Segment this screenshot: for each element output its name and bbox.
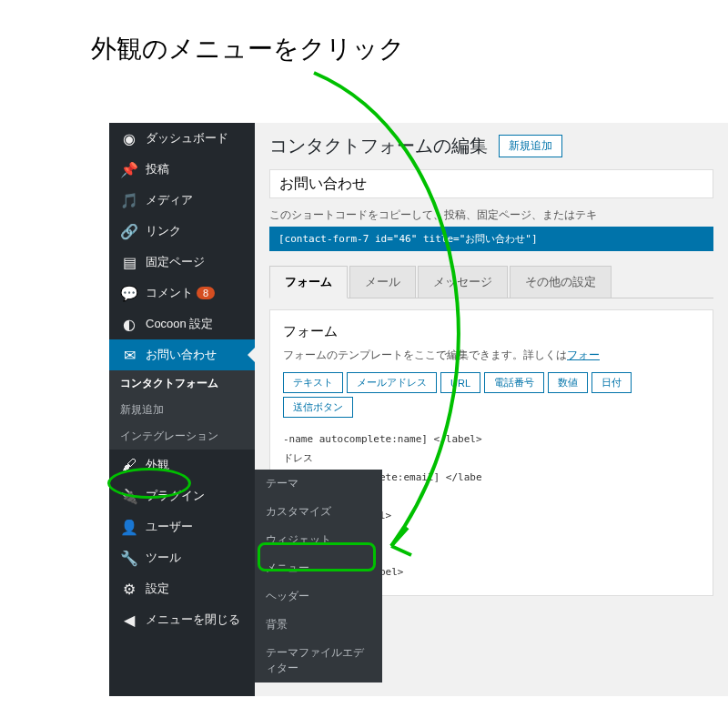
sidebar-label: メディア (146, 192, 193, 208)
form-title-input[interactable] (269, 169, 713, 198)
sidebar-item-comments[interactable]: 💬 コメント 8 (109, 278, 255, 308)
flyout-background[interactable]: 背景 (255, 611, 382, 639)
tag-number[interactable]: 数値 (548, 372, 588, 393)
comment-icon: 💬 (120, 284, 138, 302)
comment-badge: 8 (197, 287, 215, 299)
panel-desc: フォームのテンプレートをここで編集できます。詳しくはフォー (283, 348, 700, 363)
flyout-theme[interactable]: テーマ (255, 470, 382, 498)
settings-icon: ⚙ (120, 580, 138, 598)
tag-buttons: テキスト メールアドレス URL 電話番号 数値 日付 送信ボタン (283, 372, 700, 418)
tag-email[interactable]: メールアドレス (347, 372, 437, 393)
tabs: フォーム メール メッセージ その他の設定 (269, 266, 713, 298)
desc-text: フォームのテンプレートをここで編集できます。詳しくは (283, 349, 567, 361)
flyout-header[interactable]: ヘッダー (255, 582, 382, 611)
sidebar-label: ダッシュボード (146, 130, 228, 147)
media-icon: 🎵 (120, 191, 138, 209)
sidebar-item-settings[interactable]: ⚙ 設定 (109, 573, 255, 604)
plugin-icon: 🔌 (120, 487, 138, 505)
sidebar-submenu: コンタクトフォーム 新規追加 インテグレーション (109, 370, 255, 450)
sidebar-label: プラグイン (146, 488, 205, 504)
collapse-icon: ◀ (120, 611, 138, 629)
annotation-text: 外観のメニューをクリック (91, 32, 405, 66)
shortcode-desc: このショートコードをコピーして、投稿、固定ページ、またはテキ (269, 207, 713, 223)
sidebar-item-collapse[interactable]: ◀ メニューを閉じる (109, 604, 255, 635)
tag-tel[interactable]: 電話番号 (484, 372, 544, 393)
code-line: ドレス (283, 450, 700, 469)
sidebar-label: お問い合わせ (146, 347, 217, 363)
tag-url[interactable]: URL (440, 372, 480, 393)
link-icon: 🔗 (120, 222, 138, 240)
sidebar-label: 外観 (146, 457, 169, 473)
panel-heading: フォーム (283, 323, 700, 340)
sidebar-item-posts[interactable]: 📌 投稿 (109, 154, 255, 185)
tag-submit[interactable]: 送信ボタン (283, 397, 353, 418)
mail-icon: ✉ (120, 346, 138, 364)
user-icon: 👤 (120, 518, 138, 536)
sidebar-label: 設定 (146, 581, 169, 597)
sidebar-label: 投稿 (146, 161, 169, 177)
sidebar-label: メニューを閉じる (146, 612, 240, 628)
shortcode-box[interactable]: [contact-form-7 id="46" title="お問い合わせ"] (269, 227, 713, 251)
sidebar-item-pages[interactable]: ▤ 固定ページ (109, 247, 255, 278)
sub-item-contactform[interactable]: コンタクトフォーム (109, 370, 255, 397)
tool-icon: 🔧 (120, 549, 138, 567)
sub-item-integration[interactable]: インテグレーション (109, 423, 255, 450)
sidebar-item-media[interactable]: 🎵 メディア (109, 185, 255, 216)
sidebar-item-links[interactable]: 🔗 リンク (109, 216, 255, 247)
pin-icon: 📌 (120, 160, 138, 178)
new-button[interactable]: 新規追加 (499, 135, 562, 157)
sidebar-item-cocoon[interactable]: ◐ Cocoon 設定 (109, 308, 255, 339)
tab-mail[interactable]: メール (349, 266, 416, 298)
sidebar-item-tools[interactable]: 🔧 ツール (109, 542, 255, 573)
page-title: コンタクトフォームの編集 (269, 134, 488, 158)
flyout-customize[interactable]: カスタマイズ (255, 498, 382, 526)
sidebar-item-users[interactable]: 👤 ユーザー (109, 511, 255, 542)
sidebar-item-appearance[interactable]: 🖌 外観 (109, 450, 255, 480)
desc-link[interactable]: フォー (567, 349, 600, 361)
sidebar-label: ユーザー (146, 519, 193, 535)
tab-form[interactable]: フォーム (269, 266, 348, 298)
sidebar-item-plugins[interactable]: 🔌 プラグイン (109, 480, 255, 511)
dashboard-icon: ◉ (120, 129, 138, 147)
sidebar-label: リンク (146, 223, 181, 239)
wp-admin-container: ◉ ダッシュボード 📌 投稿 🎵 メディア 🔗 リンク ▤ 固定ページ 💬 コメ… (109, 123, 728, 696)
tab-other[interactable]: その他の設定 (510, 266, 612, 298)
flyout-menu[interactable]: メニュー (255, 554, 382, 582)
sidebar-label: ツール (146, 550, 181, 566)
cocoon-icon: ◐ (120, 315, 138, 333)
tag-text[interactable]: テキスト (283, 372, 343, 393)
sidebar-label: Cocoon 設定 (146, 316, 213, 332)
sidebar-label: コメント (146, 285, 193, 301)
tag-date[interactable]: 日付 (592, 372, 632, 393)
sub-item-new[interactable]: 新規追加 (109, 397, 255, 423)
page-icon: ▤ (120, 253, 138, 271)
appearance-flyout: テーマ カスタマイズ ウィジェット メニュー ヘッダー 背景 テーマファイルエデ… (255, 470, 382, 682)
page-header: コンタクトフォームの編集 新規追加 (269, 134, 713, 158)
flyout-theme-editor[interactable]: テーマファイルエディター (255, 639, 382, 682)
appearance-icon: 🖌 (120, 456, 138, 474)
code-line: -name autocomplete:name] </label> (283, 430, 700, 450)
sidebar-item-contact[interactable]: ✉ お問い合わせ (109, 339, 255, 370)
sidebar-item-dashboard[interactable]: ◉ ダッシュボード (109, 123, 255, 154)
tab-message[interactable]: メッセージ (418, 266, 508, 298)
admin-sidebar: ◉ ダッシュボード 📌 投稿 🎵 メディア 🔗 リンク ▤ 固定ページ 💬 コメ… (109, 123, 255, 696)
sidebar-label: 固定ページ (146, 254, 205, 270)
flyout-widgets[interactable]: ウィジェット (255, 526, 382, 554)
